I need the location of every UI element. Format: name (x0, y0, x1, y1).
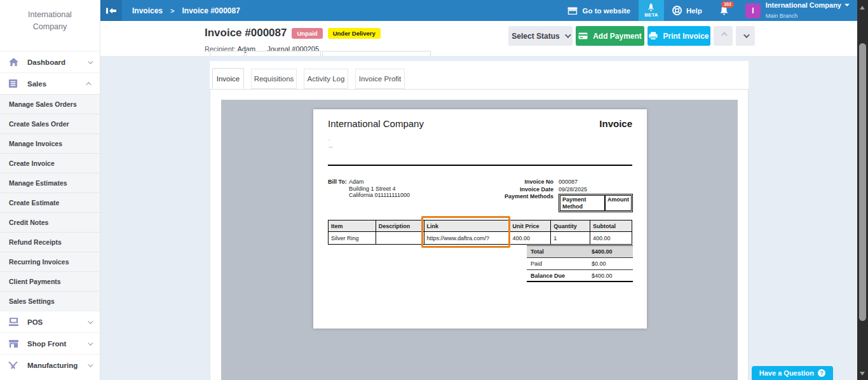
sidebar-subitem-create-sales-order[interactable]: Create Sales Order (0, 114, 100, 133)
tab-requisitions[interactable]: Requisitions (251, 69, 297, 89)
next-invoice-button[interactable] (736, 26, 755, 46)
invoice-paper: International Company Invoice . .,. Bill… (313, 109, 647, 329)
pm-header-method: Payment Method (560, 195, 605, 211)
tab-activity-log[interactable]: Activity Log (304, 69, 348, 89)
invoice-card: Invoice Requisitions Activity Log Invoic… (210, 61, 749, 380)
sidebar-item-manufacturing[interactable]: Manufacturing (0, 354, 100, 376)
sidebar-item-pos[interactable]: POS (0, 311, 100, 332)
select-status-button[interactable]: Select Status (508, 26, 573, 46)
sidebar-item-label: Shop Front (27, 340, 88, 348)
doc-address-placeholder: .,. (329, 143, 333, 149)
notifications-button[interactable]: 102 (710, 0, 738, 21)
scrollbar-down-icon[interactable] (860, 372, 865, 376)
balance-due-row: Balance Due $400.00 (527, 270, 633, 282)
sidebar-item-shop-front[interactable]: Shop Front (0, 332, 100, 354)
pos-terminal-icon (8, 317, 19, 327)
invoice-preview-area: International Company Invoice . .,. Bill… (221, 100, 738, 380)
sidebar-subitem-client-payments[interactable]: Client Payments (0, 271, 100, 291)
tab-panel-invoice: International Company Invoice . .,. Bill… (210, 90, 749, 380)
collapsed-panel-peek (322, 51, 431, 56)
tab-bar: Invoice Requisitions Activity Log Invoic… (210, 61, 749, 90)
tools-icon (8, 360, 19, 370)
vertical-scrollbar[interactable] (857, 0, 868, 380)
sidebar-company-name: International Company (0, 0, 100, 51)
sidebar-subitem-manage-estimates[interactable]: Manage Estimates (0, 173, 100, 193)
rocket-icon (648, 3, 654, 11)
storefront-icon (8, 339, 19, 348)
account-menu[interactable]: I International Company Main Branch (738, 0, 857, 21)
sidebar-item-sales[interactable]: Sales (0, 72, 100, 94)
help-label: Help (686, 7, 702, 15)
sidebar-subitem-create-invoice[interactable]: Create Invoice (0, 153, 100, 173)
add-payment-button[interactable]: Add Payment (576, 26, 644, 46)
sidebar-subitem-manage-invoices[interactable]: Manage Invoices (0, 133, 100, 153)
sidebar-item-dashboard[interactable]: Dashboard (0, 51, 100, 72)
caret-down-icon (844, 4, 850, 6)
collapse-sidebar-button[interactable] (100, 0, 122, 21)
beta-button[interactable]: BETA (639, 0, 664, 21)
collapsed-panel-peek (246, 51, 321, 56)
paid-label: Paid (531, 261, 592, 267)
notification-count-badge: 102 (721, 1, 734, 8)
invoice-meta: Invoice No 000087 Invoice Date 09/28/202… (482, 179, 633, 213)
pm-header-amount: Amount (605, 195, 632, 211)
go-to-website-label: Go to website (582, 7, 630, 15)
go-to-website-link[interactable]: Go to website (559, 0, 638, 21)
sidebar-item-label: Sales (27, 80, 88, 88)
cell-subtotal: 400.00 (590, 232, 632, 245)
sidebar-subitem-refund-receipts[interactable]: Refund Receipts (0, 232, 100, 252)
total-row: Total $400.00 (527, 246, 633, 258)
chevron-down-icon (565, 32, 571, 38)
chevron-down-icon (88, 58, 93, 64)
items-header-row: Item Description Link Unit Price Quantit… (329, 221, 632, 232)
cell-link: https://www.daftra.com/? (424, 232, 510, 245)
select-status-label: Select Status (512, 32, 559, 41)
bill-to-label: Bill To: (328, 179, 349, 199)
cell-quantity: 1 (551, 232, 590, 245)
help-link[interactable]: Help (664, 0, 710, 21)
breadcrumb-invoices[interactable]: Invoices (132, 6, 163, 15)
sidebar-item-label: Dashboard (27, 58, 88, 66)
topbar: Invoices > Invoice #000087 Go to website… (100, 0, 857, 21)
sidebar-subitem-manage-sales-orders[interactable]: Manage Sales Orders (0, 94, 100, 114)
chevron-down-icon (88, 318, 93, 323)
divider (328, 165, 632, 166)
chevron-down-icon (88, 340, 93, 345)
topbar-right: Go to website BETA Help 102 I Internatio… (559, 0, 857, 21)
doc-title: Invoice (599, 118, 632, 129)
list-icon (8, 79, 19, 88)
breadcrumb: Invoices > Invoice #000087 (122, 0, 240, 21)
col-description: Description (376, 221, 424, 232)
home-icon (8, 57, 19, 67)
credit-card-icon (578, 32, 588, 39)
balance-due-label: Balance Due (531, 273, 592, 279)
sidebar-subitem-create-estimate[interactable]: Create Estimate (0, 193, 100, 212)
account-company-name: International Company (766, 1, 841, 9)
collapse-arrow-icon (105, 7, 117, 15)
tab-invoice[interactable]: Invoice (212, 68, 244, 89)
cell-description (376, 232, 424, 245)
sidebar-item-label: Manufacturing (27, 362, 88, 369)
payment-methods-table: Payment Method Amount (559, 194, 633, 212)
tab-invoice-profit[interactable]: Invoice Profit (355, 69, 405, 89)
sidebar-item-label: POS (27, 318, 88, 326)
col-item: Item (329, 221, 376, 232)
scrollbar-thumb[interactable] (859, 43, 866, 321)
doc-address-placeholder: . (329, 136, 330, 142)
sidebar-subitem-credit-notes[interactable]: Credit Notes (0, 212, 100, 232)
sidebar-subitem-recurring-invoices[interactable]: Recurring Invoices (0, 252, 100, 271)
invoice-no-value: 000087 (559, 179, 633, 186)
lifebuoy-icon (672, 6, 682, 15)
bill-to-address: Adam Building 1 Street 4 California 0111… (349, 179, 410, 199)
beta-label: BETA (644, 12, 658, 18)
sidebar: International Company Dashboard Sales Ma… (0, 0, 100, 380)
print-invoice-button[interactable]: Print Invoice (648, 26, 710, 46)
sidebar-subitem-sales-settings[interactable]: Sales Settings (0, 291, 100, 311)
have-a-question-button[interactable]: Have a Question ? (752, 366, 833, 380)
scrollbar-up-icon[interactable] (860, 6, 865, 10)
previous-invoice-button[interactable] (714, 26, 733, 46)
company-avatar: I (745, 3, 761, 18)
col-subtotal: Subtotal (590, 221, 632, 232)
total-value: $400.00 (592, 248, 613, 255)
chevron-down-icon (743, 32, 749, 38)
